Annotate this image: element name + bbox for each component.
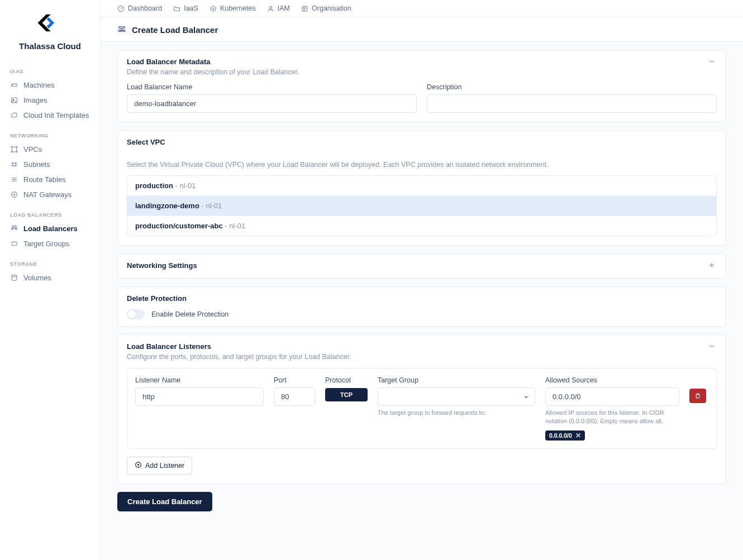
svg-marker-0 <box>37 15 50 32</box>
sidebar-item-images[interactable]: Images <box>8 93 92 108</box>
svg-rect-24 <box>12 242 17 246</box>
topnav-iam[interactable]: IAM <box>267 4 290 12</box>
metadata-card: Load Balancer Metadata Define the name a… <box>117 50 726 122</box>
brand-name: Thalassa Cloud <box>11 41 89 51</box>
topnav-kubernetes[interactable]: Kubernetes <box>209 4 256 12</box>
listeners-card: Load Balancer Listeners Configure the po… <box>117 334 726 484</box>
svg-point-31 <box>269 6 272 8</box>
topnav-label: Organisation <box>312 4 351 12</box>
add-listener-button[interactable]: Add Listener <box>127 457 192 475</box>
vpc-option[interactable]: production/customer-abc - nl-01 <box>127 216 716 236</box>
tg-help: The target group to forward requests to. <box>378 409 535 417</box>
lb-desc-input[interactable] <box>427 94 717 113</box>
server-icon <box>10 82 18 89</box>
route-icon <box>10 176 18 184</box>
plus-circle-icon <box>135 461 142 470</box>
svg-point-30 <box>212 8 213 9</box>
delete-protection-toggle[interactable] <box>127 309 145 319</box>
vpc-option[interactable]: production - nl-01 <box>127 176 716 196</box>
svg-rect-23 <box>15 228 17 229</box>
sidebar-item-label: Subnets <box>23 160 50 169</box>
sidebar-heading: IAAS <box>8 65 92 78</box>
vpc-list: production - nl-01landingzone-demo - nl-… <box>127 175 717 236</box>
sidebar-heading: LOAD BALANCERS <box>8 209 92 221</box>
sidebar-item-load-balancers[interactable]: Load Balancers <box>8 221 92 236</box>
svg-rect-22 <box>11 228 13 229</box>
chip-remove-icon[interactable]: ✕ <box>575 432 581 439</box>
listener-protocol-button[interactable]: TCP <box>325 388 368 401</box>
sidebar-item-label: Cloud Init Templates <box>23 111 89 119</box>
topnav-label: IAM <box>278 4 290 12</box>
target-icon <box>10 240 18 248</box>
dashboard-icon <box>117 5 125 12</box>
page-title: Create Load Balancer <box>132 25 218 35</box>
collapse-icon[interactable] <box>707 342 717 352</box>
svg-point-9 <box>11 151 12 152</box>
listener-tg-select[interactable] <box>378 387 535 406</box>
vpc-region: - nl-01 <box>223 222 245 230</box>
sidebar-item-label: Load Balancers <box>23 224 78 233</box>
sidebar-item-subnets[interactable]: Subnets <box>8 157 92 172</box>
sidebar: Thalassa Cloud IAASMachinesImagesCloud I… <box>0 0 101 560</box>
sidebar-item-route-tables[interactable]: Route Tables <box>8 172 92 187</box>
sidebar-item-label: NAT Gateways <box>23 190 72 199</box>
listener-sources-label: Allowed Sources <box>545 376 679 384</box>
create-lb-button[interactable]: Create Load Balancer <box>117 492 212 511</box>
delete-toggle-label: Enable Delete Protection <box>151 310 228 318</box>
topnav-label: Dashboard <box>128 4 162 12</box>
listener-port-label: Port <box>274 376 315 384</box>
networking-card: Networking Settings <box>117 253 726 279</box>
listeners-title: Load Balancer Listeners <box>127 342 351 351</box>
delete-title: Delete Protection <box>127 294 187 303</box>
sidebar-item-machines[interactable]: Machines <box>8 78 92 93</box>
listener-name-input[interactable] <box>135 387 264 406</box>
svg-rect-19 <box>12 226 16 227</box>
vpc-name: production <box>135 181 173 190</box>
add-listener-label: Add Listener <box>145 462 184 470</box>
svg-point-3 <box>12 85 13 85</box>
main: DashboardIaaSKubernetesIAMOrganisation C… <box>101 0 743 560</box>
metadata-subtitle: Define the name and description of your … <box>127 68 299 76</box>
listener-port-input[interactable] <box>274 387 315 406</box>
lb-name-input[interactable] <box>127 94 417 113</box>
cidr-chip: 0.0.0.0/0✕ <box>545 430 585 441</box>
sidebar-item-vpcs[interactable]: VPCs <box>8 142 92 157</box>
expand-icon[interactable] <box>707 261 717 271</box>
nat-icon <box>10 191 18 199</box>
sidebar-item-volumes[interactable]: Volumes <box>8 270 92 285</box>
sidebar-item-nat-gateways[interactable]: NAT Gateways <box>8 187 92 202</box>
listener-sources-input[interactable] <box>545 387 679 406</box>
sidebar-heading: STORAGE <box>8 258 92 270</box>
sidebar-item-label: Target Groups <box>23 240 69 248</box>
svg-rect-35 <box>119 27 125 28</box>
collapse-icon[interactable] <box>707 58 717 67</box>
svg-marker-29 <box>211 6 216 11</box>
image-icon <box>10 97 18 104</box>
listener-row: Listener NamePortProtocolTCPTarget Group… <box>127 368 717 449</box>
listener-protocol-label: Protocol <box>325 376 368 384</box>
trash-icon <box>694 393 701 399</box>
lb-desc-label: Description <box>427 83 717 91</box>
user-icon <box>267 5 274 12</box>
sidebar-item-cloud-init-templates[interactable]: Cloud Init Templates <box>8 108 92 123</box>
cloud-icon <box>10 112 18 119</box>
topnav-organisation[interactable]: Organisation <box>301 4 351 12</box>
metadata-title: Load Balancer Metadata <box>127 58 299 66</box>
topbar: DashboardIaaSKubernetesIAMOrganisation <box>101 0 743 17</box>
sidebar-item-target-groups[interactable]: Target Groups <box>8 236 92 251</box>
vpc-region: - nl-01 <box>199 202 222 210</box>
sidebar-item-label: Machines <box>23 81 55 89</box>
svg-rect-6 <box>12 147 17 152</box>
svg-point-8 <box>16 146 17 147</box>
vpc-help: Select the Virtual Private Cloud (VPC) w… <box>127 161 717 169</box>
delete-listener-button[interactable] <box>689 389 706 403</box>
topnav-dashboard[interactable]: Dashboard <box>117 4 162 12</box>
svg-rect-39 <box>121 30 123 32</box>
svg-point-7 <box>11 146 12 147</box>
sidebar-heading: NETWORKING <box>8 130 92 142</box>
vpc-name: landingzone-demo <box>135 202 199 210</box>
topnav-iaas[interactable]: IaaS <box>173 4 198 12</box>
sidebar-item-label: Route Tables <box>23 175 66 184</box>
vpc-option[interactable]: landingzone-demo - nl-01 <box>127 196 716 216</box>
lb-icon <box>117 26 126 35</box>
